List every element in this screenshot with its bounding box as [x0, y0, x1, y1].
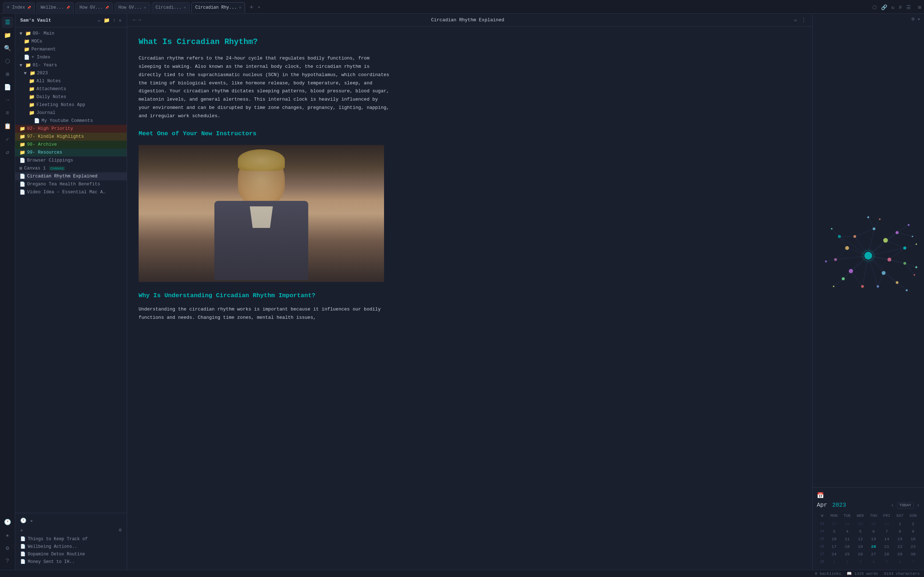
daily-notes-icon[interactable]: → — [2, 95, 13, 106]
tree-item-oregano[interactable]: 📄 Oregano Tea Health Benefits — [15, 180, 127, 188]
add-tab-button[interactable]: + — [248, 3, 255, 12]
starred-sort-icon[interactable]: ⊞ — [119, 527, 122, 533]
search-icon[interactable]: 🔍 — [2, 43, 13, 54]
tree-item-00-main[interactable]: ▼ 📁 00- Main — [15, 29, 127, 37]
history-icon[interactable]: ↺ — [2, 147, 13, 158]
tree-item-canvas1[interactable]: ⊞ Canvas 1 CANVAS — [15, 164, 127, 172]
cal-day[interactable]: 25 — [841, 550, 854, 558]
starred-item-money[interactable]: 📄 Money Sent to IH.. — [15, 558, 127, 566]
sidebar-toggle-icon[interactable]: ☰ — [2, 16, 13, 28]
starred-item-dopamine[interactable]: 📄 Dopamine Detox Routine — [15, 550, 127, 558]
tab-circadi1[interactable]: Circadi... ✕ — [152, 2, 190, 13]
more-options-icon[interactable]: ⋮ — [801, 16, 806, 23]
cal-day[interactable]: 19 — [854, 543, 867, 550]
tree-item-circadian[interactable]: 📄 Circadian Rhythm Explained — [15, 172, 127, 180]
cal-day[interactable]: 31 — [880, 520, 893, 528]
templates-icon[interactable]: 📄 — [2, 82, 13, 93]
clock-icon[interactable]: 🕐 — [2, 516, 13, 528]
close-icon[interactable]: ✕ — [239, 5, 241, 10]
cal-day[interactable]: 18 — [841, 543, 854, 550]
sort-icon[interactable]: ↕ — [113, 17, 115, 23]
tree-item-high-priority[interactable]: 📁 02- High Priority — [15, 125, 127, 133]
settings-gear-icon[interactable]: ⚙ — [911, 16, 914, 22]
tree-item-browser-clippings[interactable]: 📄 Browser Clippings — [15, 156, 127, 164]
cal-day[interactable]: 9 — [906, 528, 920, 535]
back-button[interactable]: ← — [133, 17, 136, 23]
cal-day[interactable]: 14 — [880, 535, 893, 543]
cal-day[interactable]: 29 — [854, 520, 867, 528]
cal-day[interactable]: 7 — [906, 558, 920, 566]
cal-day[interactable]: 2 — [841, 558, 854, 566]
cal-day[interactable]: 13 — [867, 535, 880, 543]
tree-item-archive[interactable]: 📁 98- Archive — [15, 141, 127, 148]
cal-day[interactable]: 10 — [828, 535, 841, 543]
tree-item-01-years[interactable]: ▼ 📁 01- Years — [15, 61, 127, 69]
notes-icon[interactable]: 📋 — [2, 121, 13, 132]
tasks-icon[interactable]: ✓ — [2, 134, 13, 145]
tree-item-all-notes[interactable]: 📁 All Notes — [15, 77, 127, 85]
tree-item-2023[interactable]: ▼ 📁 2023 — [15, 69, 127, 77]
cal-day[interactable]: 16 — [906, 535, 920, 543]
cal-day[interactable]: 28 — [880, 550, 893, 558]
help-icon[interactable]: ? — [2, 555, 13, 567]
cal-day[interactable]: 15 — [893, 535, 906, 543]
tree-item-permanent[interactable]: 📁 Permanent — [15, 45, 127, 53]
cal-day[interactable]: 21 — [880, 543, 893, 550]
cal-day[interactable]: 6 — [893, 558, 906, 566]
cal-day[interactable]: 24 — [828, 550, 841, 558]
outline-icon[interactable]: ≡ — [2, 108, 13, 119]
starred-item-things[interactable]: 📄 Things to Keep Track of — [15, 535, 127, 543]
files-icon[interactable]: 📁 — [2, 29, 13, 41]
cal-day[interactable]: 30 — [906, 550, 920, 558]
cal-day[interactable]: 29 — [893, 550, 906, 558]
cal-day[interactable]: 2 — [906, 520, 920, 528]
cal-prev-button[interactable]: ‹ — [891, 502, 894, 508]
cal-day[interactable]: 3 — [854, 558, 867, 566]
cal-day[interactable]: 6 — [867, 528, 880, 535]
tree-item-index[interactable]: 📄 + Index — [15, 53, 127, 61]
graph-view-icon[interactable]: ⬡ — [2, 56, 13, 67]
cal-day[interactable]: 7 — [880, 528, 893, 535]
cal-day[interactable]: 4 — [867, 558, 880, 566]
tab-howgv1[interactable]: How GV... 📌 — [76, 2, 113, 13]
tree-item-video-idea[interactable]: 📄 Video Idea – Essential Mac A… — [15, 188, 127, 196]
close-sidebar-icon[interactable]: ✕ — [119, 17, 122, 23]
cal-day[interactable]: 22 — [893, 543, 906, 550]
starred-item-wellbeing[interactable]: 📄 Wellbeing Actions.. — [15, 543, 127, 550]
new-note-icon[interactable]: ✏ — [98, 17, 101, 23]
graph-icon[interactable]: ⬡ — [872, 4, 877, 10]
cal-day[interactable]: 27 — [867, 550, 880, 558]
cal-day[interactable]: 5 — [854, 528, 867, 535]
tab-circadian-rhythm[interactable]: Circadian Rhy... ✕ — [191, 2, 245, 13]
close-icon[interactable]: ✕ — [184, 5, 186, 10]
cal-day[interactable]: 3 — [828, 528, 841, 535]
sync-icon[interactable]: ↻ — [892, 4, 894, 10]
tabs-dropdown-button[interactable]: ▾ — [256, 4, 262, 11]
tab-index[interactable]: + Index 📌 — [3, 2, 35, 13]
canvas-icon[interactable]: ⊞ — [2, 69, 13, 80]
tree-item-resources[interactable]: 📁 99- Resources — [15, 148, 127, 156]
tree-item-kindle[interactable]: 📁 97- Kindle Highlights — [15, 133, 127, 141]
forward-button[interactable]: → — [138, 17, 142, 23]
starred-bottom-icon[interactable]: ★ — [30, 517, 33, 524]
link-icon[interactable]: 🔗 — [881, 4, 887, 10]
cal-day[interactable]: 5 — [880, 558, 893, 566]
tab-howgv2[interactable]: How GV... ✕ — [115, 2, 150, 13]
edit-icon[interactable]: ✏ — [794, 16, 797, 23]
wand-icon[interactable]: ✦ — [918, 16, 921, 22]
cal-day[interactable]: 17 — [828, 543, 841, 550]
menu-icon[interactable]: ☰ — [906, 4, 911, 10]
close-icon[interactable]: ✕ — [144, 5, 146, 10]
tree-item-mocs[interactable]: 📁 MOCs — [15, 37, 127, 45]
tree-item-journal[interactable]: 📁 Journal — [15, 109, 127, 117]
cal-day[interactable]: 4 — [841, 528, 854, 535]
tree-item-my-youtube[interactable]: 📄 My Youtube Comments — [15, 117, 127, 125]
tree-item-fleeting-notes[interactable]: 📁 Fleeting Notes App — [15, 101, 127, 109]
cal-day[interactable]: 26 — [854, 550, 867, 558]
cal-day[interactable]: 1 — [828, 558, 841, 566]
today-button[interactable]: TODAY — [897, 502, 914, 508]
settings-icon[interactable]: ⚙ — [2, 542, 13, 554]
tab-wellbe[interactable]: Wellbe... 📌 — [36, 2, 74, 13]
tag-icon[interactable]: # — [899, 5, 901, 10]
cal-day-today[interactable]: 20 — [867, 543, 880, 550]
